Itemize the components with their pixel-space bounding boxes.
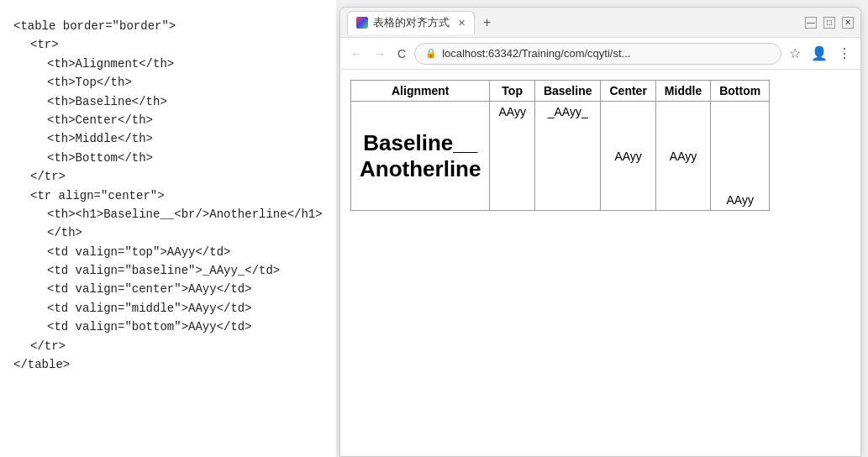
browser-window: 表格的对齐方式 ✕ + — □ ✕ ← → C 🔒 localhost:6334… — [339, 7, 861, 457]
title-bar: 表格的对齐方式 ✕ + — □ ✕ — [340, 8, 860, 38]
code-line: <tr align="center"> — [30, 186, 323, 205]
col-header-baseline: Baseline — [534, 81, 601, 102]
close-button[interactable]: ✕ — [842, 17, 854, 29]
code-line: <th>Alignment</th> — [47, 55, 323, 73]
browser-tab[interactable]: 表格的对齐方式 ✕ — [347, 11, 475, 34]
address-input[interactable]: 🔒 localhost:63342/Training/com/cqyti/st.… — [414, 43, 781, 65]
maximize-button[interactable]: □ — [823, 17, 835, 29]
code-line: <tr> — [30, 35, 323, 54]
code-line: <table border="border"> — [13, 17, 323, 35]
row-header-baseline: Baseline__ Anotherline — [351, 102, 490, 211]
cell-bottom: AAyy — [711, 102, 770, 211]
table-row: Baseline__ Anotherline AAyy _AAyy_ AAyy … — [351, 102, 770, 211]
new-tab-button[interactable]: + — [480, 15, 494, 30]
col-header-top: Top — [490, 81, 534, 102]
back-button[interactable]: ← — [347, 45, 366, 62]
code-line: <td valign="top">AAyy</td> — [47, 243, 323, 261]
code-line: <td valign="baseline">_AAyy_</td> — [47, 261, 323, 280]
tab-favicon — [356, 17, 368, 29]
col-header-middle: Middle — [655, 81, 710, 102]
code-line: <th>Top</th> — [47, 73, 323, 92]
forward-button[interactable]: → — [371, 45, 389, 62]
window-controls: — □ ✕ — [805, 17, 854, 29]
code-line: <td valign="center">AAyy</td> — [47, 280, 323, 298]
code-panel: <table border="border"> <tr> <th>Alignme… — [0, 0, 336, 457]
code-line: </tr> — [30, 167, 323, 186]
col-header-alignment: Alignment — [351, 81, 490, 102]
cell-baseline: _AAyy_ — [534, 102, 601, 211]
col-header-center: Center — [601, 81, 655, 102]
code-line: <th>Center</th> — [47, 111, 323, 129]
code-line: <th>Bottom</th> — [47, 149, 323, 167]
cell-middle: AAyy — [655, 102, 710, 211]
code-line: <td valign="bottom">AAyy</td> — [47, 318, 323, 336]
lock-icon: 🔒 — [425, 48, 437, 59]
url-text: localhost:63342/Training/com/cqyti/st... — [442, 47, 630, 60]
tab-title: 表格的对齐方式 — [373, 15, 450, 30]
cell-center: AAyy — [601, 102, 655, 211]
address-bar: ← → C 🔒 localhost:63342/Training/com/cqy… — [340, 38, 860, 70]
reload-button[interactable]: C — [394, 45, 409, 62]
bookmark-icon[interactable]: ☆ — [786, 45, 803, 61]
menu-icon[interactable]: ⋮ — [835, 45, 854, 61]
code-line: <td valign="middle">AAyy</td> — [47, 299, 323, 318]
demo-table: Alignment Top Baseline Center Middle Bot… — [350, 80, 770, 211]
account-icon[interactable]: 👤 — [808, 45, 830, 61]
tab-close-button[interactable]: ✕ — [458, 18, 466, 29]
col-header-bottom: Bottom — [711, 81, 770, 102]
tab-bar: 表格的对齐方式 ✕ + — [347, 8, 798, 37]
page-content: Alignment Top Baseline Center Middle Bot… — [340, 70, 860, 456]
code-line: </table> — [13, 355, 323, 374]
cell-top: AAyy — [490, 102, 534, 211]
minimize-button[interactable]: — — [805, 17, 817, 29]
code-line: <th><h1>Baseline__<br/>Anotherline</h1><… — [47, 205, 323, 243]
code-line: <th>Baseline</th> — [47, 92, 323, 111]
code-line: <th>Middle</th> — [47, 129, 323, 148]
code-line: </tr> — [30, 337, 323, 355]
